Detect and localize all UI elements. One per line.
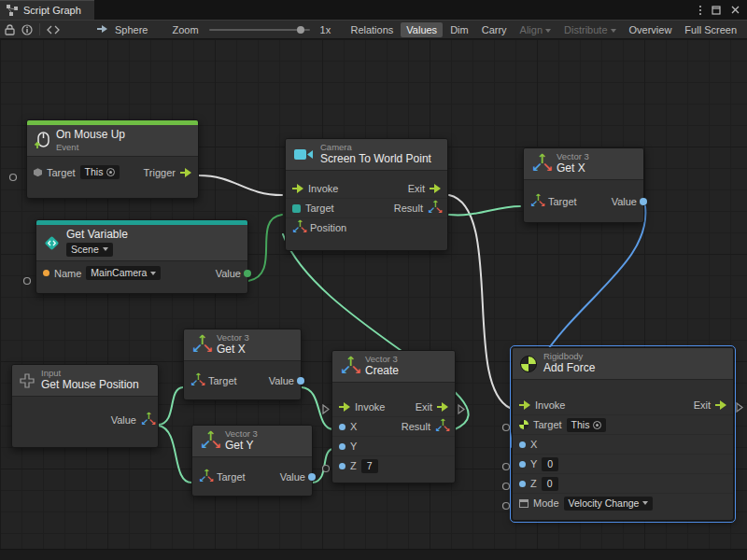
tab-script-graph[interactable]: Script Graph <box>0 0 94 20</box>
wire-mouse-to-gety <box>159 426 191 483</box>
enum-port-icon[interactable] <box>519 499 529 508</box>
string-port[interactable] <box>43 270 49 276</box>
value-output-port[interactable] <box>244 270 251 277</box>
node-get-variable[interactable]: Get Variable Scene Name MainCamera <box>35 219 248 294</box>
rigidbody-port-icon[interactable] <box>519 420 529 429</box>
value-output-port[interactable] <box>640 198 647 205</box>
target-label: Target <box>533 419 562 430</box>
align-button[interactable]: Align <box>514 22 557 37</box>
vector3-port-icon[interactable]: ↑↙↘ <box>435 420 448 433</box>
vector3-port-icon[interactable]: ↑↙↘ <box>190 374 204 387</box>
position-label: Position <box>310 222 346 233</box>
input-port[interactable] <box>503 464 510 470</box>
node-create-vector3[interactable]: ↑↙↘ Vector 3 Create Invoke Exit X <box>331 350 456 483</box>
float-port[interactable] <box>339 443 345 450</box>
this-chip[interactable]: This <box>80 165 120 179</box>
control-output-port[interactable] <box>458 405 464 413</box>
control-arrow-icon[interactable] <box>715 400 726 410</box>
node-screen-to-world-point[interactable]: Camera Screen To World Point Invoke Exit… <box>285 138 448 251</box>
z-value-input[interactable]: 0 <box>542 477 558 491</box>
float-window-icon[interactable] <box>712 6 721 15</box>
vector3-icon: ↑↙↘ <box>200 432 218 451</box>
close-icon[interactable] <box>731 6 740 14</box>
value-output-port[interactable] <box>297 377 304 385</box>
input-port[interactable] <box>503 483 510 490</box>
control-input-port[interactable] <box>323 405 329 413</box>
dim-button[interactable]: Dim <box>444 22 474 37</box>
node-add-force[interactable]: Rigidbody Add Force Invoke Exit Target T… <box>512 347 734 521</box>
chevron-down-icon <box>611 29 616 33</box>
node-header: ↑↙↘ Vector 3 Get X <box>184 329 301 361</box>
input-icon <box>20 373 35 388</box>
y-value-input[interactable]: 0 <box>542 457 558 471</box>
node-on-mouse-up[interactable]: On Mouse Up Event Target This Trigger <box>26 119 199 199</box>
float-port[interactable] <box>339 463 345 469</box>
control-arrow-icon[interactable] <box>437 402 448 412</box>
align-button-label: Align <box>520 24 543 35</box>
control-output-port[interactable] <box>737 403 742 412</box>
input-port[interactable] <box>24 278 31 285</box>
control-arrow-icon[interactable] <box>430 184 441 193</box>
vector3-port-icon[interactable]: ↑↙↘ <box>199 470 212 483</box>
control-arrow-icon[interactable] <box>519 400 530 410</box>
carry-button[interactable]: Carry <box>476 22 513 37</box>
node-get-mouse-position[interactable]: Input Get Mouse Position Value ↑↙↘ <box>11 364 159 448</box>
full-screen-button[interactable]: Full Screen <box>679 22 742 37</box>
input-port[interactable] <box>323 466 330 472</box>
this-chip-label: This <box>85 166 104 178</box>
node-subtitle: Event <box>56 143 125 152</box>
distribute-button[interactable]: Distribute <box>558 22 621 37</box>
float-port[interactable] <box>519 441 526 448</box>
value-output-port[interactable] <box>308 473 316 481</box>
float-port[interactable] <box>519 481 526 487</box>
node-get-x-mid[interactable]: ↑↙↘ Vector 3 Get X ↑↙↘ Target Value <box>183 329 302 400</box>
info-icon[interactable] <box>21 24 33 35</box>
vector3-output-port[interactable]: ↑↙↘ <box>141 413 154 427</box>
exit-label: Exit <box>694 399 711 411</box>
variable-scope-dropdown[interactable]: Scene <box>66 243 113 257</box>
float-port[interactable] <box>519 461 526 468</box>
node-get-y[interactable]: ↑↙↘ Vector 3 Get Y ↑↙↘ Target Value <box>191 425 313 497</box>
vector3-port-icon[interactable]: ↑↙↘ <box>292 221 305 234</box>
wire-result-to-getx-top <box>449 206 520 215</box>
lock-icon[interactable] <box>5 24 15 35</box>
node-header: ↑↙↘ Vector 3 Get X <box>524 148 643 180</box>
node-title: Get X <box>217 343 249 357</box>
relations-button[interactable]: Relations <box>345 22 399 37</box>
float-port[interactable] <box>339 424 345 430</box>
window-menu-icon[interactable] <box>699 6 701 15</box>
input-port[interactable] <box>503 503 510 510</box>
node-title: Add Force <box>543 362 595 375</box>
result-label: Result <box>402 421 430 432</box>
zoom-slider[interactable] <box>209 29 310 31</box>
graph-unit-icon <box>97 25 108 35</box>
control-arrow-icon[interactable] <box>292 184 303 193</box>
code-icon[interactable] <box>47 25 60 35</box>
control-arrow-icon[interactable] <box>339 402 350 412</box>
result-label: Result <box>394 203 423 214</box>
z-row: Z 7 <box>332 455 455 475</box>
breadcrumb-graph-name[interactable]: Sphere <box>115 24 148 35</box>
target-value-row: ↑↙↘ Target Value <box>524 191 643 211</box>
control-arrow-icon[interactable] <box>180 168 191 177</box>
node-category: Camera <box>320 143 431 152</box>
variable-name-dropdown[interactable]: MainCamera <box>86 266 161 280</box>
node-category: Rigidbody <box>543 352 595 361</box>
zoom-slider-handle[interactable] <box>297 26 304 34</box>
node-header: Input Get Mouse Position <box>12 365 158 397</box>
node-get-x-top[interactable]: ↑↙↘ Vector 3 Get X ↑↙↘ Target Value <box>523 147 644 223</box>
exit-label: Exit <box>416 401 432 413</box>
overview-button[interactable]: Overview <box>624 22 678 37</box>
vector3-port-icon[interactable]: ↑↙↘ <box>428 202 441 215</box>
x-row: X <box>513 434 733 454</box>
vector3-port-icon[interactable]: ↑↙↘ <box>530 195 543 208</box>
z-value-input[interactable]: 7 <box>361 459 378 473</box>
camera-port-icon[interactable] <box>292 204 301 213</box>
values-button[interactable]: Values <box>401 22 443 37</box>
mode-dropdown[interactable]: Velocity Change <box>564 497 654 511</box>
input-port[interactable] <box>503 425 510 431</box>
input-port[interactable] <box>10 175 17 181</box>
target-label: Target <box>548 196 577 207</box>
graph-canvas[interactable]: On Mouse Up Event Target This Trigger <box>0 39 747 560</box>
this-chip[interactable]: This <box>567 418 607 432</box>
